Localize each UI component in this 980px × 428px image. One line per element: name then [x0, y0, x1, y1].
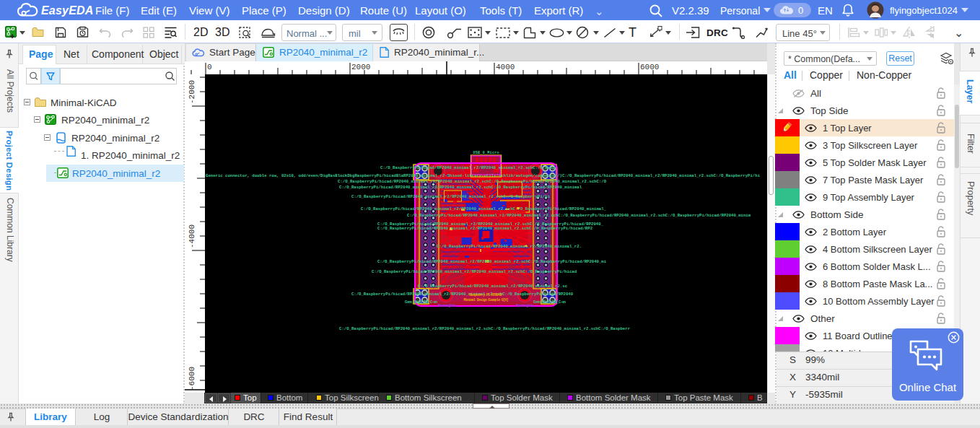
svg-text:-6000: -6000	[188, 367, 196, 390]
